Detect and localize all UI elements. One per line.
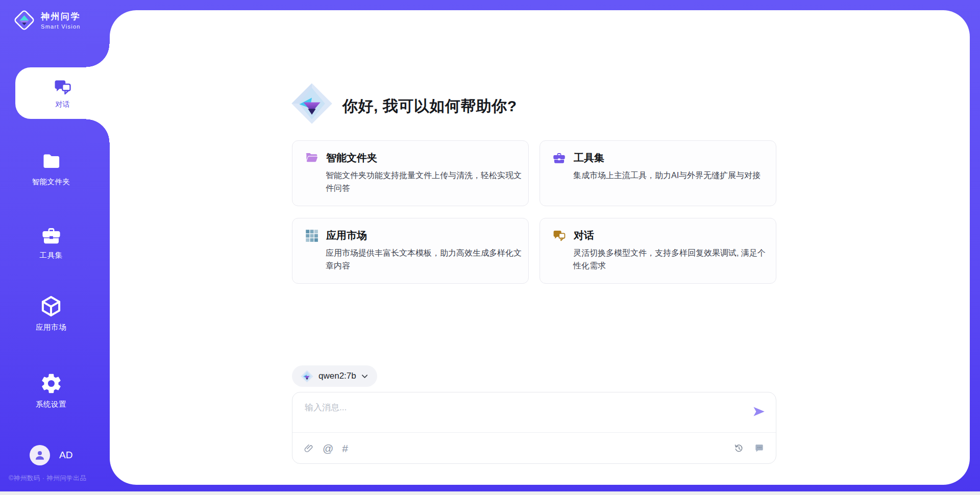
brand-name: 神州问学 <box>41 11 81 22</box>
card-title: 对话 <box>574 229 594 242</box>
sidebar-item-app-market[interactable]: 应用市场 <box>5 294 97 332</box>
history-button[interactable] <box>733 443 744 454</box>
assistant-logo-icon <box>291 83 333 127</box>
chat-bubbles-icon <box>53 78 72 96</box>
active-tab-top-curve <box>86 44 110 67</box>
card-description: 集成市场上主流工具，助力AI与外界无缝扩展与对接 <box>573 169 770 182</box>
message-input[interactable] <box>305 402 739 428</box>
card-title: 工具集 <box>574 151 604 165</box>
model-selector[interactable]: qwen2:7b <box>292 365 377 387</box>
mention-button[interactable]: @ <box>323 443 333 454</box>
model-logo-icon <box>301 370 313 383</box>
grid-cube-icon <box>305 229 318 242</box>
copyright-text: ©神州数码 · 神州问学出品 <box>9 474 86 483</box>
greeting-title: 你好, 我可以如何帮助你? <box>342 96 517 117</box>
sidebar-item-settings[interactable]: 系统设置 <box>5 372 97 409</box>
card-description: 灵活切换多模型文件，支持多样回复效果调试, 满足个性化需求 <box>573 247 770 273</box>
toolbox-icon <box>41 225 62 246</box>
card-app-market[interactable]: 应用市场 应用市场提供丰富长文本模板，助力高效生成多样化文章内容 <box>292 218 529 284</box>
card-title: 应用市场 <box>326 229 367 242</box>
hash-icon: # <box>342 443 348 454</box>
folder-open-icon <box>305 151 318 165</box>
sidebar-item-label: 智能文件夹 <box>32 177 70 187</box>
active-tab-bottom-curve <box>86 119 110 142</box>
brand: 神州问学 Smart Vision <box>12 8 81 32</box>
chat-bubble-icon <box>754 443 765 454</box>
sidebar-item-smart-folders[interactable]: 智能文件夹 <box>5 152 97 187</box>
card-smart-folders[interactable]: 智能文件夹 智能文件夹功能支持批量文件上传与清洗，轻松实现文件问答 <box>292 140 529 206</box>
attach-button[interactable] <box>304 443 314 454</box>
send-icon <box>752 405 766 418</box>
message-composer: @ # <box>292 392 776 464</box>
feature-cards: 智能文件夹 智能文件夹功能支持批量文件上传与清洗，轻松实现文件问答 工具集 集成… <box>292 140 776 284</box>
at-sign-icon: @ <box>323 443 333 454</box>
sidebar-item-label: 系统设置 <box>36 400 66 409</box>
quick-chat-button[interactable] <box>754 443 765 454</box>
composer-toolbar: @ # <box>292 433 776 464</box>
horizontal-scrollbar-track[interactable] <box>0 491 980 495</box>
sidebar-item-chat[interactable]: 对话 <box>15 67 110 119</box>
sidebar-item-label: 对话 <box>56 100 70 109</box>
user-account[interactable]: AD <box>30 445 72 465</box>
sidebar-item-label: 工具集 <box>40 251 63 260</box>
card-title: 智能文件夹 <box>326 151 377 165</box>
sidebar-item-toolset[interactable]: 工具集 <box>5 225 97 260</box>
main-panel: 你好, 我可以如何帮助你? 智能文件夹 智能文件夹功能支持批量文件上传与清洗，轻… <box>110 10 970 485</box>
history-clock-icon <box>733 443 744 454</box>
model-name: qwen2:7b <box>318 371 356 381</box>
sidebar-item-label: 应用市场 <box>36 323 66 332</box>
send-button[interactable] <box>752 405 766 418</box>
toolbox-icon <box>552 151 566 165</box>
user-initials: AD <box>59 450 72 461</box>
app-logo-icon <box>12 8 36 32</box>
cube-icon <box>39 294 63 318</box>
card-description: 智能文件夹功能支持批量文件上传与清洗，轻松实现文件问答 <box>326 169 522 195</box>
app-root: 神州问学 Smart Vision 对话 智能文件夹 <box>0 0 980 495</box>
brand-subtitle: Smart Vision <box>41 23 81 30</box>
card-chat[interactable]: 对话 灵活切换多模型文件，支持多样回复效果调试, 满足个性化需求 <box>540 218 776 284</box>
paperclip-icon <box>304 443 314 454</box>
card-toolset[interactable]: 工具集 集成市场上主流工具，助力AI与外界无缝扩展与对接 <box>540 140 776 206</box>
hashtag-button[interactable]: # <box>342 443 348 454</box>
gear-icon <box>40 372 63 395</box>
folder-icon <box>41 152 62 172</box>
chat-bubbles-icon <box>552 229 566 242</box>
card-description: 应用市场提供丰富长文本模板，助力高效生成多样化文章内容 <box>326 247 522 273</box>
avatar <box>30 445 50 465</box>
chevron-down-icon <box>361 373 369 380</box>
